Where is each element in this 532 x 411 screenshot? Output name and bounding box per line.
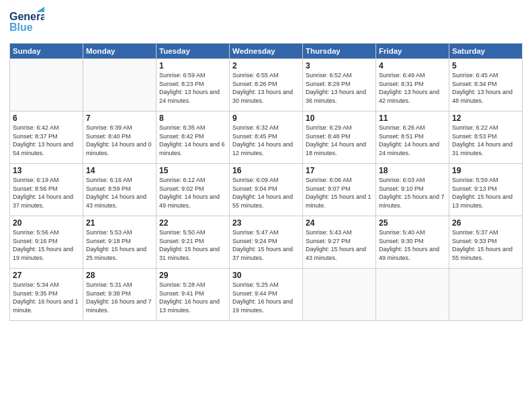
day-number: 1 [159, 61, 226, 71]
calendar-header-thursday: Thursday [303, 44, 376, 59]
calendar-header-monday: Monday [83, 44, 157, 59]
calendar-header-row: SundayMondayTuesdayWednesdayThursdayFrid… [10, 44, 523, 59]
day-detail: Sunrise: 6:22 AMSunset: 8:53 PMDaylight:… [452, 124, 519, 157]
calendar-header-wednesday: Wednesday [230, 44, 303, 59]
calendar-cell: 6Sunrise: 6:42 AMSunset: 8:37 PMDaylight… [10, 111, 83, 164]
page: General Blue SundayMondayTuesdayWednesda… [0, 0, 532, 411]
day-number: 17 [306, 166, 373, 175]
day-number: 19 [452, 166, 519, 175]
day-detail: Sunrise: 6:52 AMSunset: 8:29 PMDaylight:… [306, 71, 373, 105]
day-number: 2 [232, 61, 300, 71]
day-detail: Sunrise: 5:34 AMSunset: 9:35 PMDaylight:… [13, 281, 80, 314]
day-detail: Sunrise: 6:32 AMSunset: 8:45 PMDaylight:… [232, 124, 300, 157]
calendar-cell: 12Sunrise: 6:22 AMSunset: 8:53 PMDayligh… [449, 111, 523, 164]
day-detail: Sunrise: 5:31 AMSunset: 9:38 PMDaylight:… [86, 281, 153, 314]
day-detail: Sunrise: 5:53 AMSunset: 9:18 PMDaylight:… [86, 228, 153, 262]
calendar-cell: 27Sunrise: 5:34 AMSunset: 9:35 PMDayligh… [10, 269, 83, 321]
calendar-header-friday: Friday [376, 44, 449, 59]
day-number: 10 [306, 113, 373, 123]
calendar-cell: 30Sunrise: 5:25 AMSunset: 9:44 PMDayligh… [230, 269, 303, 321]
calendar-cell: 28Sunrise: 5:31 AMSunset: 9:38 PMDayligh… [83, 269, 157, 321]
day-number: 5 [452, 61, 519, 71]
calendar-cell: 29Sunrise: 5:28 AMSunset: 9:41 PMDayligh… [157, 269, 230, 321]
day-number: 11 [379, 113, 446, 123]
calendar-cell: 5Sunrise: 6:45 AMSunset: 8:34 PMDaylight… [449, 59, 523, 111]
day-number: 20 [13, 218, 80, 228]
calendar-table: SundayMondayTuesdayWednesdayThursdayFrid… [9, 43, 523, 321]
calendar-cell [449, 269, 523, 321]
calendar-cell: 16Sunrise: 6:09 AMSunset: 9:04 PMDayligh… [230, 164, 303, 216]
calendar-cell: 3Sunrise: 6:52 AMSunset: 8:29 PMDaylight… [303, 59, 376, 111]
calendar-week-row: 20Sunrise: 5:56 AMSunset: 9:16 PMDayligh… [10, 216, 523, 269]
calendar-cell: 10Sunrise: 6:29 AMSunset: 8:48 PMDayligh… [303, 111, 376, 164]
day-number: 21 [86, 218, 153, 228]
logo: General Blue [9, 7, 44, 39]
calendar-cell: 21Sunrise: 5:53 AMSunset: 9:18 PMDayligh… [83, 216, 157, 269]
calendar-cell: 20Sunrise: 5:56 AMSunset: 9:16 PMDayligh… [10, 216, 83, 269]
calendar-cell [303, 269, 376, 321]
calendar-cell: 14Sunrise: 6:16 AMSunset: 8:59 PMDayligh… [83, 164, 157, 216]
calendar-cell: 11Sunrise: 6:26 AMSunset: 8:51 PMDayligh… [376, 111, 449, 164]
day-detail: Sunrise: 5:50 AMSunset: 9:21 PMDaylight:… [159, 228, 226, 262]
day-detail: Sunrise: 6:19 AMSunset: 8:56 PMDaylight:… [13, 176, 80, 210]
calendar-cell: 25Sunrise: 5:40 AMSunset: 9:30 PMDayligh… [376, 216, 449, 269]
day-number: 26 [452, 218, 519, 228]
calendar-cell: 9Sunrise: 6:32 AMSunset: 8:45 PMDaylight… [230, 111, 303, 164]
calendar-cell: 1Sunrise: 6:59 AMSunset: 8:23 PMDaylight… [157, 59, 230, 111]
day-number: 29 [159, 271, 226, 280]
day-number: 16 [232, 166, 300, 175]
day-detail: Sunrise: 5:40 AMSunset: 9:30 PMDaylight:… [379, 228, 446, 262]
calendar-header-saturday: Saturday [449, 44, 523, 59]
day-number: 9 [232, 113, 300, 123]
day-detail: Sunrise: 6:09 AMSunset: 9:04 PMDaylight:… [232, 176, 300, 210]
day-number: 27 [13, 271, 80, 280]
day-detail: Sunrise: 6:55 AMSunset: 8:26 PMDaylight:… [232, 71, 300, 105]
calendar-header-sunday: Sunday [10, 44, 83, 59]
calendar-week-row: 13Sunrise: 6:19 AMSunset: 8:56 PMDayligh… [10, 164, 523, 216]
day-detail: Sunrise: 6:45 AMSunset: 8:34 PMDaylight:… [452, 71, 519, 105]
day-number: 8 [159, 113, 226, 123]
svg-text:General: General [9, 11, 44, 22]
day-detail: Sunrise: 6:03 AMSunset: 9:10 PMDaylight:… [379, 176, 446, 210]
calendar-cell: 23Sunrise: 5:47 AMSunset: 9:24 PMDayligh… [230, 216, 303, 269]
calendar-cell: 19Sunrise: 5:59 AMSunset: 9:13 PMDayligh… [449, 164, 523, 216]
calendar-cell: 13Sunrise: 6:19 AMSunset: 8:56 PMDayligh… [10, 164, 83, 216]
calendar-cell: 17Sunrise: 6:06 AMSunset: 9:07 PMDayligh… [303, 164, 376, 216]
logo-icon: General Blue [9, 7, 44, 36]
calendar-week-row: 1Sunrise: 6:59 AMSunset: 8:23 PMDaylight… [10, 59, 523, 111]
day-detail: Sunrise: 6:06 AMSunset: 9:07 PMDaylight:… [306, 176, 373, 210]
day-number: 3 [306, 61, 373, 71]
calendar-cell: 15Sunrise: 6:12 AMSunset: 9:02 PMDayligh… [157, 164, 230, 216]
day-number: 24 [306, 218, 373, 228]
day-detail: Sunrise: 5:28 AMSunset: 9:41 PMDaylight:… [159, 281, 226, 314]
day-detail: Sunrise: 5:43 AMSunset: 9:27 PMDaylight:… [306, 228, 373, 262]
day-detail: Sunrise: 6:35 AMSunset: 8:42 PMDaylight:… [159, 124, 226, 157]
calendar-week-row: 27Sunrise: 5:34 AMSunset: 9:35 PMDayligh… [10, 269, 523, 321]
day-number: 25 [379, 218, 446, 228]
day-number: 18 [379, 166, 446, 175]
day-detail: Sunrise: 5:59 AMSunset: 9:13 PMDaylight:… [452, 176, 519, 210]
calendar-cell: 4Sunrise: 6:49 AMSunset: 8:31 PMDaylight… [376, 59, 449, 111]
day-number: 14 [86, 166, 153, 175]
calendar-cell: 22Sunrise: 5:50 AMSunset: 9:21 PMDayligh… [157, 216, 230, 269]
day-detail: Sunrise: 6:39 AMSunset: 8:40 PMDaylight:… [86, 124, 153, 157]
calendar-cell: 26Sunrise: 5:37 AMSunset: 9:33 PMDayligh… [449, 216, 523, 269]
calendar-cell [83, 59, 157, 111]
day-detail: Sunrise: 6:26 AMSunset: 8:51 PMDaylight:… [379, 124, 446, 157]
day-number: 6 [13, 113, 80, 123]
day-detail: Sunrise: 5:47 AMSunset: 9:24 PMDaylight:… [232, 228, 300, 262]
day-detail: Sunrise: 5:56 AMSunset: 9:16 PMDaylight:… [13, 228, 80, 262]
calendar-cell: 24Sunrise: 5:43 AMSunset: 9:27 PMDayligh… [303, 216, 376, 269]
day-number: 13 [13, 166, 80, 175]
day-number: 7 [86, 113, 153, 123]
day-detail: Sunrise: 5:25 AMSunset: 9:44 PMDaylight:… [232, 281, 300, 314]
header: General Blue [9, 7, 523, 39]
day-number: 12 [452, 113, 519, 123]
day-detail: Sunrise: 6:12 AMSunset: 9:02 PMDaylight:… [159, 176, 226, 210]
day-number: 23 [232, 218, 300, 228]
day-detail: Sunrise: 6:16 AMSunset: 8:59 PMDaylight:… [86, 176, 153, 210]
day-detail: Sunrise: 6:29 AMSunset: 8:48 PMDaylight:… [306, 124, 373, 157]
svg-text:Blue: Blue [9, 21, 33, 33]
calendar-cell: 7Sunrise: 6:39 AMSunset: 8:40 PMDaylight… [83, 111, 157, 164]
calendar-cell [376, 269, 449, 321]
